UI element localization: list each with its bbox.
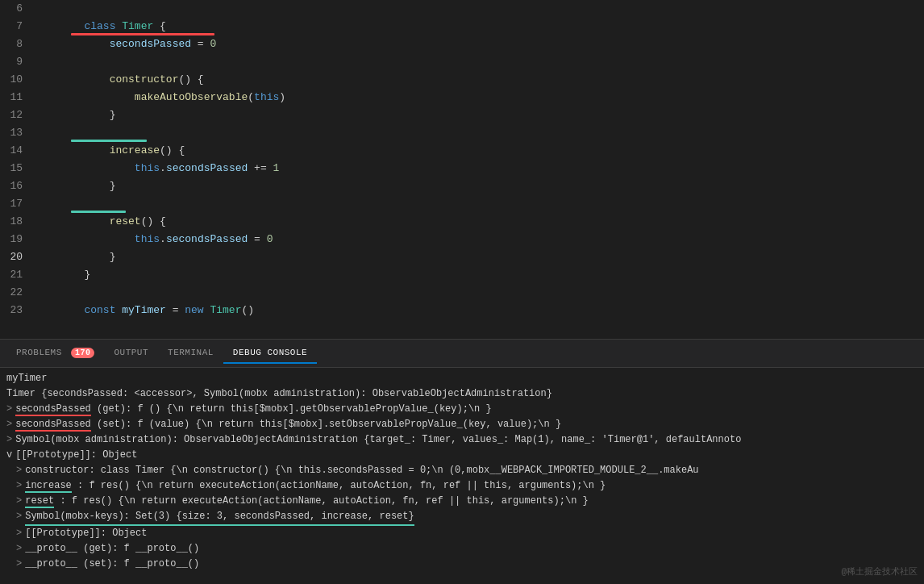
- tab-output[interactable]: OUTPUT: [104, 343, 158, 364]
- line-content-17: reset() {: [31, 195, 924, 213]
- arrow-proto-get[interactable]: >: [16, 541, 22, 557]
- reset-underlined: reset: [25, 495, 54, 508]
- symbol-admin-text: Symbol(mobx administration): ObservableO…: [15, 432, 741, 448]
- code-line-14: 14 this.secondsPassed += 1: [0, 142, 924, 160]
- line-number-10: 10: [0, 71, 31, 89]
- line-content-18: this.secondsPassed = 0: [31, 213, 924, 231]
- tab-output-label: OUTPUT: [114, 348, 148, 357]
- code-line-22: 22 const myTimer = new Timer(): [0, 284, 924, 302]
- line-content-21: [31, 266, 924, 284]
- tab-problems[interactable]: PROBLEMS 170: [6, 343, 104, 365]
- line-content-10: makeAutoObservable(this): [31, 71, 924, 89]
- code-line-19: 19 }: [0, 231, 924, 248]
- line-number-22: 22: [0, 284, 31, 302]
- sp-underline-wrapper: secondsPassed: [15, 403, 97, 415]
- console-line-proto: v [[Prototype]]: Object: [6, 448, 918, 463]
- code-line-9: 9 constructor() {: [0, 53, 924, 71]
- code-line-6: 6 class Timer {: [0, 0, 924, 18]
- line-number-14: 14: [0, 142, 31, 160]
- console-line-timer-obj: Timer {secondsPassed: <accessor>, Symbol…: [6, 386, 918, 402]
- arrow-sp-set[interactable]: >: [6, 417, 12, 432]
- console-text-symbol-keys: Symbol(mobx-keys): Set(3) {size: 3, seco…: [25, 509, 414, 526]
- code-line-13: 13 increase() {: [0, 124, 924, 142]
- line-number-20: 20: [0, 248, 31, 266]
- tab-terminal-label: TERMINAL: [168, 348, 214, 357]
- line-content-23: [31, 302, 924, 319]
- console-line-symbol-keys: > Symbol(mobx-keys): Set(3) {size: 3, se…: [6, 509, 918, 526]
- constructor-text: constructor: class Timer {\n constructor…: [25, 463, 698, 478]
- tab-problems-label: PROBLEMS: [16, 348, 62, 357]
- code-editor: 6 class Timer { 7 secondsPassed = 0 8 9 …: [0, 0, 924, 339]
- line-number-15: 15: [0, 160, 31, 177]
- sp-get-rest: (get): f () {\n return this[$mobx].getOb…: [97, 403, 492, 415]
- code-line-7: 7 secondsPassed = 0: [0, 18, 924, 35]
- line-number-21: 21: [0, 266, 31, 284]
- line-content-12: [31, 106, 924, 124]
- code-line-23: 23: [0, 302, 924, 319]
- line-number-13: 13: [0, 124, 31, 142]
- line-content-9: constructor() {: [31, 53, 924, 71]
- code-line-11: 11 }: [0, 89, 924, 106]
- line-content-14: this.secondsPassed += 1: [31, 142, 924, 160]
- code-line-12: 12: [0, 106, 924, 124]
- tab-debug-console-label: DEBUG CONSOLE: [233, 348, 307, 357]
- line-number-11: 11: [0, 89, 31, 106]
- sp-set-underlined: secondsPassed: [15, 419, 91, 432]
- arrow-proto-set[interactable]: >: [16, 557, 22, 572]
- line-number-6: 6: [0, 0, 31, 18]
- line-number-9: 9: [0, 53, 31, 71]
- console-line-proto-get: > __proto__ (get): f __proto__(): [6, 541, 918, 557]
- proto-get-text: __proto__ (get): f __proto__(): [25, 541, 199, 557]
- sp-get-underlined: secondsPassed: [15, 403, 91, 416]
- console-output: myTimer Timer {secondsPassed: <accessor>…: [0, 368, 924, 584]
- arrow-increase[interactable]: >: [16, 478, 22, 494]
- console-text: myTimer: [6, 371, 47, 386]
- arrow-proto2[interactable]: >: [16, 526, 22, 541]
- line-number-12: 12: [0, 106, 31, 124]
- sp-set-rest: (set): f (value) {\n return this[$mobx].…: [97, 419, 561, 430]
- line-number-19: 19: [0, 231, 31, 248]
- reset-rest: : f res() {\n return executeAction(actio…: [60, 495, 588, 507]
- code-line-20: 20 }: [0, 248, 924, 266]
- proto-set-text: __proto__ (set): f __proto__(): [25, 557, 199, 572]
- watermark: @稀土掘金技术社区: [841, 565, 918, 578]
- line-content-15: }: [31, 160, 924, 177]
- line-number-18: 18: [0, 213, 31, 231]
- increase-underlined: increase: [25, 480, 72, 493]
- arrow-proto[interactable]: v: [6, 448, 12, 463]
- console-text-sp-get: secondsPassed (get): f () {\n return thi…: [15, 402, 492, 417]
- increase-rest: : f res() {\n return executeAction(actio…: [77, 480, 606, 491]
- console-text-sp-set: secondsPassed (set): f (value) {\n retur…: [15, 417, 561, 432]
- problems-badge: 170: [71, 348, 95, 358]
- code-line-21: 21: [0, 266, 924, 284]
- console-line-mytimer: myTimer: [6, 371, 918, 386]
- panel-tabs: PROBLEMS 170 OUTPUT TERMINAL DEBUG CONSO…: [0, 340, 924, 368]
- line-content-11: }: [31, 89, 924, 106]
- tab-debug-console[interactable]: DEBUG CONSOLE: [223, 343, 317, 364]
- console-line-proto2: > [[Prototype]]: Object: [6, 526, 918, 541]
- code-line-10: 10 makeAutoObservable(this): [0, 71, 924, 89]
- code-line-18: 18 this.secondsPassed = 0: [0, 213, 924, 231]
- line-content-13: increase() {: [31, 124, 924, 142]
- console-line-reset: > reset : f res() {\n return executeActi…: [6, 494, 918, 509]
- console-line-increase: > increase : f res() {\n return executeA…: [6, 478, 918, 494]
- arrow-constructor[interactable]: >: [16, 463, 22, 478]
- line-number-7: 7: [0, 18, 31, 35]
- console-line-proto-set: > __proto__ (set): f __proto__(): [6, 557, 918, 572]
- console-text-increase: increase : f res() {\n return executeAct…: [25, 478, 606, 494]
- line-number-23: 23: [0, 302, 31, 319]
- line-content-8: [31, 35, 924, 53]
- code-line-17: 17 reset() {: [0, 195, 924, 213]
- console-text-reset: reset : f res() {\n return executeAction…: [25, 494, 589, 509]
- console-line-sp-get: > secondsPassed (get): f () {\n return t…: [6, 402, 918, 417]
- arrow-reset[interactable]: >: [16, 494, 22, 509]
- arrow-symbol-keys[interactable]: >: [16, 509, 22, 524]
- tab-terminal[interactable]: TERMINAL: [158, 343, 223, 364]
- arrow-sp-get[interactable]: >: [6, 402, 12, 417]
- console-line-symbol-admin: > Symbol(mobx administration): Observabl…: [6, 432, 918, 448]
- app-container: 6 class Timer { 7 secondsPassed = 0 8 9 …: [0, 0, 924, 584]
- panel-area: PROBLEMS 170 OUTPUT TERMINAL DEBUG CONSO…: [0, 339, 924, 584]
- arrow-symbol[interactable]: >: [6, 432, 12, 448]
- code-line-15: 15 }: [0, 160, 924, 177]
- line-content-22: const myTimer = new Timer(): [31, 284, 924, 302]
